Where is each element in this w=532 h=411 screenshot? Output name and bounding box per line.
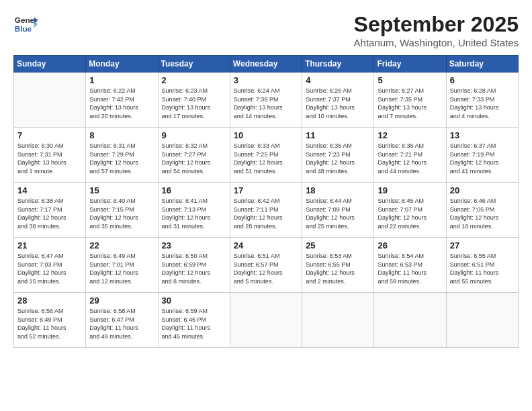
table-row: 23Sunrise: 6:50 AM Sunset: 6:59 PM Dayli…	[158, 238, 230, 293]
day-info: Sunrise: 6:55 AM Sunset: 6:51 PM Dayligh…	[450, 252, 515, 285]
day-info: Sunrise: 6:46 AM Sunset: 7:05 PM Dayligh…	[450, 197, 515, 230]
day-info: Sunrise: 6:47 AM Sunset: 7:03 PM Dayligh…	[17, 252, 82, 285]
day-number: 28	[17, 295, 82, 306]
table-row: 9Sunrise: 6:32 AM Sunset: 7:27 PM Daylig…	[158, 128, 230, 183]
day-info: Sunrise: 6:22 AM Sunset: 7:42 PM Dayligh…	[89, 87, 154, 120]
day-number: 7	[17, 130, 82, 140]
table-row: 4Sunrise: 6:26 AM Sunset: 7:37 PM Daylig…	[302, 73, 374, 128]
day-number: 20	[450, 185, 515, 195]
day-info: Sunrise: 6:31 AM Sunset: 7:29 PM Dayligh…	[89, 142, 154, 175]
svg-text:Blue: Blue	[15, 24, 32, 33]
day-number: 30	[162, 295, 226, 306]
calendar-table: Sunday Monday Tuesday Wednesday Thursday…	[13, 55, 519, 348]
table-row: 28Sunrise: 6:56 AM Sunset: 6:49 PM Dayli…	[14, 293, 86, 348]
table-row: 6Sunrise: 6:28 AM Sunset: 7:33 PM Daylig…	[446, 73, 518, 128]
day-info: Sunrise: 6:54 AM Sunset: 6:53 PM Dayligh…	[378, 252, 442, 285]
table-row: 30Sunrise: 6:59 AM Sunset: 6:45 PM Dayli…	[158, 293, 230, 348]
day-info: Sunrise: 6:51 AM Sunset: 6:57 PM Dayligh…	[234, 252, 298, 285]
day-info: Sunrise: 6:33 AM Sunset: 7:25 PM Dayligh…	[234, 142, 298, 175]
day-number: 24	[234, 240, 298, 250]
day-info: Sunrise: 6:42 AM Sunset: 7:11 PM Dayligh…	[234, 197, 298, 230]
day-info: Sunrise: 6:59 AM Sunset: 6:45 PM Dayligh…	[162, 307, 226, 340]
day-number: 10	[234, 130, 298, 140]
table-row: 5Sunrise: 6:27 AM Sunset: 7:35 PM Daylig…	[374, 73, 446, 128]
table-row: 2Sunrise: 6:23 AM Sunset: 7:40 PM Daylig…	[158, 73, 230, 128]
col-monday: Monday	[86, 56, 158, 73]
day-info: Sunrise: 6:24 AM Sunset: 7:38 PM Dayligh…	[234, 87, 298, 120]
table-row: 20Sunrise: 6:46 AM Sunset: 7:05 PM Dayli…	[446, 183, 518, 238]
day-info: Sunrise: 6:49 AM Sunset: 7:01 PM Dayligh…	[89, 252, 154, 285]
col-thursday: Thursday	[302, 56, 374, 73]
table-row: 17Sunrise: 6:42 AM Sunset: 7:11 PM Dayli…	[230, 183, 302, 238]
day-number: 9	[162, 130, 226, 140]
title-block: September 2025 Ahtanum, Washington, Unit…	[354, 12, 519, 48]
day-number: 14	[17, 185, 82, 195]
day-info: Sunrise: 6:41 AM Sunset: 7:13 PM Dayligh…	[162, 197, 226, 230]
day-number: 11	[306, 130, 370, 140]
day-info: Sunrise: 6:40 AM Sunset: 7:15 PM Dayligh…	[89, 197, 154, 230]
table-row	[14, 73, 86, 128]
day-info: Sunrise: 6:56 AM Sunset: 6:49 PM Dayligh…	[17, 307, 82, 340]
table-row: 7Sunrise: 6:30 AM Sunset: 7:31 PM Daylig…	[14, 128, 86, 183]
day-info: Sunrise: 6:32 AM Sunset: 7:27 PM Dayligh…	[162, 142, 226, 175]
day-number: 19	[378, 185, 442, 195]
day-number: 6	[450, 75, 515, 85]
table-row: 14Sunrise: 6:38 AM Sunset: 7:17 PM Dayli…	[14, 183, 86, 238]
day-number: 16	[162, 185, 226, 195]
table-row	[302, 293, 374, 348]
col-saturday: Saturday	[446, 56, 518, 73]
day-number: 22	[89, 240, 154, 250]
table-row	[230, 293, 302, 348]
day-number: 29	[89, 295, 154, 306]
day-number: 18	[306, 185, 370, 195]
day-number: 21	[17, 240, 82, 250]
calendar-title: September 2025	[354, 12, 519, 37]
col-tuesday: Tuesday	[158, 56, 230, 73]
day-number: 23	[162, 240, 226, 250]
table-row: 24Sunrise: 6:51 AM Sunset: 6:57 PM Dayli…	[230, 238, 302, 293]
day-info: Sunrise: 6:26 AM Sunset: 7:37 PM Dayligh…	[306, 87, 370, 120]
day-info: Sunrise: 6:30 AM Sunset: 7:31 PM Dayligh…	[17, 142, 82, 175]
day-number: 4	[306, 75, 370, 85]
day-number: 27	[450, 240, 515, 250]
col-sunday: Sunday	[14, 56, 86, 73]
calendar-subtitle: Ahtanum, Washington, United States	[354, 37, 519, 48]
day-number: 2	[162, 75, 226, 85]
day-number: 25	[306, 240, 370, 250]
table-row: 25Sunrise: 6:53 AM Sunset: 6:55 PM Dayli…	[302, 238, 374, 293]
col-friday: Friday	[374, 56, 446, 73]
day-info: Sunrise: 6:27 AM Sunset: 7:35 PM Dayligh…	[378, 87, 442, 120]
table-row: 19Sunrise: 6:45 AM Sunset: 7:07 PM Dayli…	[374, 183, 446, 238]
day-info: Sunrise: 6:35 AM Sunset: 7:23 PM Dayligh…	[306, 142, 370, 175]
logo: General Blue	[13, 12, 38, 36]
table-row: 8Sunrise: 6:31 AM Sunset: 7:29 PM Daylig…	[86, 128, 158, 183]
col-wednesday: Wednesday	[230, 56, 302, 73]
day-info: Sunrise: 6:36 AM Sunset: 7:21 PM Dayligh…	[378, 142, 442, 175]
table-row: 12Sunrise: 6:36 AM Sunset: 7:21 PM Dayli…	[374, 128, 446, 183]
day-info: Sunrise: 6:38 AM Sunset: 7:17 PM Dayligh…	[17, 197, 82, 230]
table-row: 11Sunrise: 6:35 AM Sunset: 7:23 PM Dayli…	[302, 128, 374, 183]
table-row	[374, 293, 446, 348]
day-info: Sunrise: 6:44 AM Sunset: 7:09 PM Dayligh…	[306, 197, 370, 230]
day-number: 8	[89, 130, 154, 140]
day-info: Sunrise: 6:23 AM Sunset: 7:40 PM Dayligh…	[162, 87, 226, 120]
table-row: 16Sunrise: 6:41 AM Sunset: 7:13 PM Dayli…	[158, 183, 230, 238]
table-row: 15Sunrise: 6:40 AM Sunset: 7:15 PM Dayli…	[86, 183, 158, 238]
day-number: 3	[234, 75, 298, 85]
table-row	[446, 293, 518, 348]
day-info: Sunrise: 6:37 AM Sunset: 7:19 PM Dayligh…	[450, 142, 515, 175]
day-number: 15	[89, 185, 154, 195]
table-row: 29Sunrise: 6:58 AM Sunset: 6:47 PM Dayli…	[86, 293, 158, 348]
day-info: Sunrise: 6:58 AM Sunset: 6:47 PM Dayligh…	[89, 307, 154, 340]
table-row: 3Sunrise: 6:24 AM Sunset: 7:38 PM Daylig…	[230, 73, 302, 128]
table-row: 13Sunrise: 6:37 AM Sunset: 7:19 PM Dayli…	[446, 128, 518, 183]
day-info: Sunrise: 6:50 AM Sunset: 6:59 PM Dayligh…	[162, 252, 226, 285]
table-row: 27Sunrise: 6:55 AM Sunset: 6:51 PM Dayli…	[446, 238, 518, 293]
table-row: 10Sunrise: 6:33 AM Sunset: 7:25 PM Dayli…	[230, 128, 302, 183]
table-row: 21Sunrise: 6:47 AM Sunset: 7:03 PM Dayli…	[14, 238, 86, 293]
day-info: Sunrise: 6:53 AM Sunset: 6:55 PM Dayligh…	[306, 252, 370, 285]
day-info: Sunrise: 6:28 AM Sunset: 7:33 PM Dayligh…	[450, 87, 515, 120]
day-number: 12	[378, 130, 442, 140]
day-info: Sunrise: 6:45 AM Sunset: 7:07 PM Dayligh…	[378, 197, 442, 230]
table-row: 1Sunrise: 6:22 AM Sunset: 7:42 PM Daylig…	[86, 73, 158, 128]
